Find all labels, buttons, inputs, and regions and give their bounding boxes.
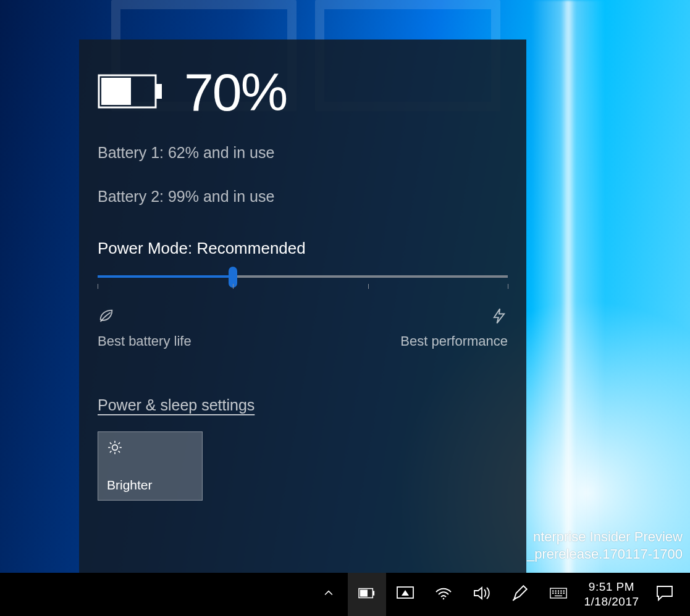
tray-pen[interactable] <box>501 573 539 616</box>
slider-fill <box>98 275 233 278</box>
clock-date: 1/18/2017 <box>584 594 639 609</box>
taskbar: 9:51 PM 1/18/2017 <box>0 573 690 616</box>
svg-point-26 <box>555 593 556 593</box>
svg-point-22 <box>558 591 558 591</box>
power-mode-slider[interactable] <box>98 269 508 301</box>
svg-line-9 <box>119 451 120 452</box>
tray-clock[interactable]: 9:51 PM 1/18/2017 <box>578 573 646 616</box>
svg-point-17 <box>443 598 445 600</box>
svg-line-8 <box>110 443 111 444</box>
battery-flyout: 70% Battery 1: 62% and in use Battery 2:… <box>79 40 526 574</box>
build-watermark: nterprise Insider Preview _prerelease.17… <box>527 528 683 563</box>
watermark-line2: _prerelease.170117-1700 <box>527 546 683 563</box>
tray-wifi[interactable] <box>424 573 463 616</box>
svg-line-11 <box>119 443 120 444</box>
volume-icon <box>473 585 490 604</box>
system-tray: 9:51 PM 1/18/2017 <box>309 573 684 616</box>
tray-battery[interactable] <box>348 573 386 616</box>
watermark-line1: nterprise Insider Preview <box>527 528 683 546</box>
best-battery-label: Best battery life <box>98 333 191 349</box>
svg-point-28 <box>561 593 562 593</box>
svg-rect-1 <box>156 84 162 99</box>
svg-line-10 <box>110 451 111 452</box>
tray-project[interactable] <box>386 573 424 616</box>
svg-rect-13 <box>372 591 374 595</box>
battery-large-icon <box>98 73 164 112</box>
clock-time: 9:51 PM <box>589 580 634 594</box>
power-sleep-settings-link[interactable]: Power & sleep settings <box>98 396 255 414</box>
svg-marker-18 <box>474 588 482 599</box>
brightness-tile[interactable]: Brighter <box>98 431 203 501</box>
pen-icon <box>511 585 529 604</box>
slider-end-labels: Best battery life Best performance <box>98 307 508 349</box>
wifi-icon <box>435 585 452 604</box>
keyboard-icon <box>550 585 567 604</box>
svg-point-29 <box>563 593 564 593</box>
leaf-icon <box>98 307 191 328</box>
chevron-up-icon <box>322 587 335 602</box>
project-icon <box>397 585 414 604</box>
tray-overflow[interactable] <box>309 573 348 616</box>
svg-point-25 <box>553 593 553 593</box>
svg-rect-2 <box>101 78 131 105</box>
tray-touch-keyboard[interactable] <box>539 573 578 616</box>
slider-ticks <box>98 284 508 289</box>
svg-rect-14 <box>360 589 368 596</box>
svg-point-23 <box>561 591 562 591</box>
best-battery: Best battery life <box>98 307 191 349</box>
action-center-icon <box>656 585 673 604</box>
best-performance-label: Best performance <box>400 333 508 349</box>
battery-1-status: Battery 1: 62% and in use <box>98 144 508 162</box>
brightness-tile-label: Brighter <box>107 478 193 493</box>
lightning-icon <box>490 307 508 328</box>
battery-2-status: Battery 2: 99% and in use <box>98 188 508 206</box>
svg-point-3 <box>112 445 118 451</box>
battery-header: 70% <box>98 62 508 123</box>
svg-point-20 <box>553 591 553 591</box>
brightness-icon <box>107 439 193 459</box>
tray-action-center[interactable] <box>646 573 684 616</box>
battery-icon <box>358 585 376 604</box>
best-performance: Best performance <box>400 307 508 349</box>
svg-point-24 <box>563 591 564 591</box>
svg-point-21 <box>555 591 556 591</box>
battery-percent: 70% <box>184 62 287 123</box>
power-mode-label: Power Mode: Recommended <box>98 239 508 258</box>
tray-volume[interactable] <box>463 573 501 616</box>
svg-point-27 <box>558 593 558 593</box>
svg-marker-16 <box>402 590 409 596</box>
